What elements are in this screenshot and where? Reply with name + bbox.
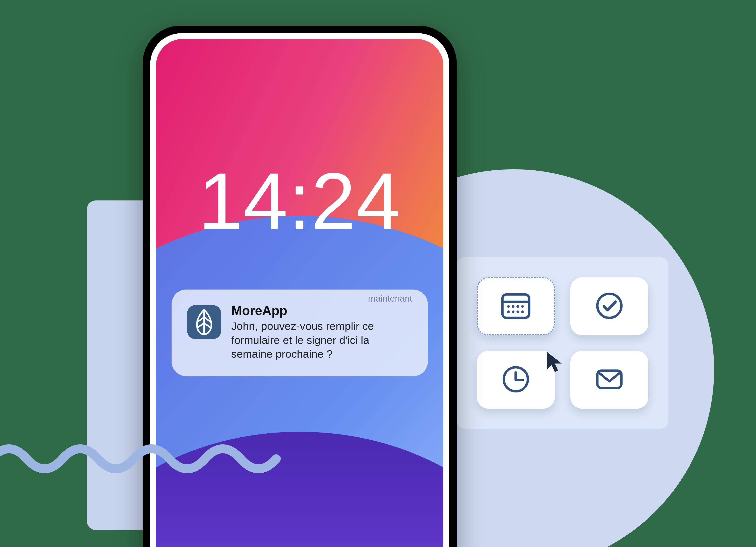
clock-icon — [499, 362, 533, 397]
calendar-icon — [499, 289, 533, 323]
decorative-wave — [0, 436, 281, 481]
notification-body: John, pouvez-vous remplir ce formulaire … — [231, 319, 412, 361]
svg-point-10 — [516, 310, 519, 313]
check-circle-icon — [593, 289, 626, 323]
tile-check[interactable] — [570, 277, 648, 335]
notification-title: MoreApp — [231, 303, 287, 318]
lockscreen-clock: 14:24 — [156, 155, 443, 247]
svg-point-6 — [516, 305, 519, 308]
svg-point-4 — [507, 305, 510, 308]
svg-point-7 — [521, 305, 524, 308]
widget-panel — [457, 257, 668, 429]
tile-mail[interactable] — [570, 351, 648, 409]
svg-point-9 — [512, 310, 514, 313]
cursor-icon — [541, 348, 568, 375]
tile-calendar[interactable] — [477, 277, 555, 335]
svg-point-5 — [512, 305, 514, 308]
mail-icon — [593, 362, 626, 397]
push-notification[interactable]: MoreApp maintenant John, pouvez-vous rem… — [172, 289, 428, 376]
svg-point-12 — [597, 294, 621, 318]
svg-rect-2 — [502, 294, 529, 318]
svg-point-11 — [521, 310, 524, 313]
svg-point-8 — [507, 310, 510, 313]
notification-app-icon — [187, 305, 221, 339]
notification-timestamp: maintenant — [368, 293, 412, 303]
